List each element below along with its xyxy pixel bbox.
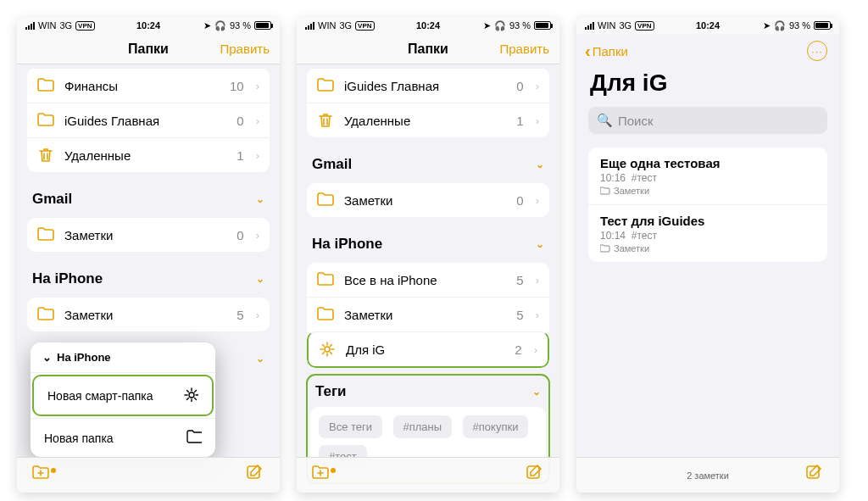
compose-button[interactable] (805, 465, 824, 487)
folder-icon (37, 77, 54, 94)
battery-pct: 93 % (230, 20, 251, 31)
signal-icon (305, 22, 314, 30)
row-label: Удаленные (344, 114, 506, 128)
location-icon: ➤ (483, 20, 491, 31)
folder-row[interactable]: Заметки 5 › (27, 298, 270, 331)
badge-dot-icon (51, 468, 56, 473)
folder-row[interactable]: Заметки 5 › (307, 297, 549, 331)
chevron-down-icon: ⌄ (256, 273, 264, 285)
folder-icon (37, 306, 54, 323)
edit-button[interactable]: Править (220, 42, 270, 56)
phone-screen-3: WIN 3G VPN 10:24 ➤ 🎧 93 % ‹ Папки ··· Дл… (576, 17, 839, 493)
chevron-right-icon: › (536, 80, 539, 92)
network-label: 3G (339, 20, 352, 31)
battery-icon (534, 21, 551, 30)
row-label: Для iG (346, 342, 504, 357)
row-label: Заметки (344, 308, 506, 322)
row-count: 1 (236, 148, 243, 163)
new-folder-toolbar-button[interactable] (32, 465, 53, 487)
row-count: 2 (515, 342, 521, 357)
note-title: Тест для iGuides (600, 214, 815, 228)
chevron-right-icon: › (256, 229, 259, 242)
section-title: Gmail (32, 191, 72, 208)
nav-title: Папки (128, 42, 169, 57)
section-header-tags[interactable]: Теги ⌄ (307, 375, 549, 402)
note-title: Еще одна тестовая (600, 156, 815, 170)
row-count: 5 (236, 308, 243, 322)
new-folder-button[interactable]: Новая папка (31, 418, 215, 457)
chevron-down-icon: ⌄ (532, 386, 541, 398)
tag-chip[interactable]: Все теги (319, 415, 382, 438)
compose-button[interactable] (526, 465, 544, 487)
chevron-right-icon: › (536, 309, 539, 321)
compose-button[interactable] (246, 465, 264, 487)
iphone-card: Заметки 5 › (27, 298, 270, 331)
row-label: Заметки (344, 193, 506, 208)
new-folder-popup: ⌄ На iPhone Новая смарт-папка Новая папк… (31, 342, 215, 457)
toolbar: 2 заметки (576, 457, 839, 493)
popup-row-label: Новая смарт-папка (47, 389, 153, 403)
row-count: 0 (516, 193, 523, 208)
more-button[interactable]: ··· (807, 41, 827, 61)
battery-icon (254, 21, 271, 30)
edit-button[interactable]: Править (500, 42, 550, 56)
folder-icon (37, 226, 54, 243)
gear-icon (319, 341, 336, 358)
back-label: Папки (593, 44, 628, 58)
section-header-iphone[interactable]: На iPhone ⌄ (297, 224, 559, 256)
trash-row[interactable]: Удаленные 1 › (27, 137, 270, 172)
smart-folder-row[interactable]: Для iG 2 › (307, 331, 549, 368)
section-header-gmail[interactable]: Gmail ⌄ (297, 144, 559, 176)
gmail-card: Заметки 0 › (307, 183, 549, 217)
section-title: На iPhone (312, 236, 382, 253)
note-row[interactable]: Еще одна тестовая 10:16 #тест Заметки (588, 148, 827, 204)
carrier-label: WIN (318, 20, 336, 31)
note-folder: Заметки (614, 243, 649, 253)
tag-chip[interactable]: #планы (393, 415, 453, 438)
clock: 10:24 (416, 20, 440, 31)
toolbar (17, 457, 280, 493)
vpn-badge: VPN (355, 21, 374, 31)
headphones-icon: 🎧 (494, 20, 506, 31)
new-folder-toolbar-button[interactable] (312, 465, 332, 487)
iphone-card: Все в на iPhone 5 › Заметки 5 › Для iG 2… (307, 263, 549, 368)
note-tag: #тест (632, 230, 657, 242)
folder-mini-icon (600, 186, 610, 195)
nav-title: Папки (408, 42, 448, 57)
folder-icon (37, 112, 54, 129)
trash-icon (317, 112, 334, 129)
chevron-down-icon: ⌄ (42, 351, 52, 364)
note-time: 10:14 (600, 230, 626, 242)
section-title: Теги (315, 383, 347, 400)
carrier-label: WIN (38, 20, 56, 31)
trash-row[interactable]: Удаленные 1 › (307, 103, 549, 137)
popup-header[interactable]: ⌄ На iPhone (31, 342, 215, 373)
folder-icon (317, 271, 334, 288)
location-icon: ➤ (763, 20, 771, 31)
chevron-right-icon: › (256, 149, 259, 162)
battery-pct: 93 % (509, 20, 531, 31)
row-count: 0 (236, 114, 243, 128)
gmail-card: Заметки 0 › (27, 218, 270, 252)
search-icon: 🔍 (597, 113, 613, 128)
notes-card: Еще одна тестовая 10:16 #тест Заметки Те… (588, 148, 827, 262)
folder-icon (317, 192, 334, 209)
section-title: На iPhone (32, 270, 103, 287)
folder-row[interactable]: Финансы 10 › (27, 68, 270, 103)
folder-row[interactable]: Заметки 0 › (307, 183, 549, 217)
folder-row[interactable]: iGuides Главная 0 › (307, 68, 549, 103)
tag-chip[interactable]: #покупки (463, 415, 529, 438)
section-header-iphone[interactable]: На iPhone ⌄ (17, 259, 280, 291)
folder-row[interactable]: iGuides Главная 0 › (27, 103, 270, 137)
row-count: 5 (516, 308, 523, 322)
search-input[interactable]: 🔍 Поиск (588, 107, 827, 134)
folder-row[interactable]: Заметки 0 › (27, 218, 270, 252)
new-smart-folder-button[interactable]: Новая смарт-папка (32, 375, 214, 416)
back-button[interactable]: ‹ Папки (585, 42, 628, 61)
folder-row[interactable]: Все в на iPhone 5 › (307, 263, 549, 297)
battery-icon (814, 21, 831, 30)
note-row[interactable]: Тест для iGuides 10:14 #тест Заметки (588, 204, 827, 262)
carrier-label: WIN (598, 20, 615, 31)
section-header-gmail[interactable]: Gmail ⌄ (17, 179, 280, 211)
row-count: 1 (516, 114, 523, 128)
